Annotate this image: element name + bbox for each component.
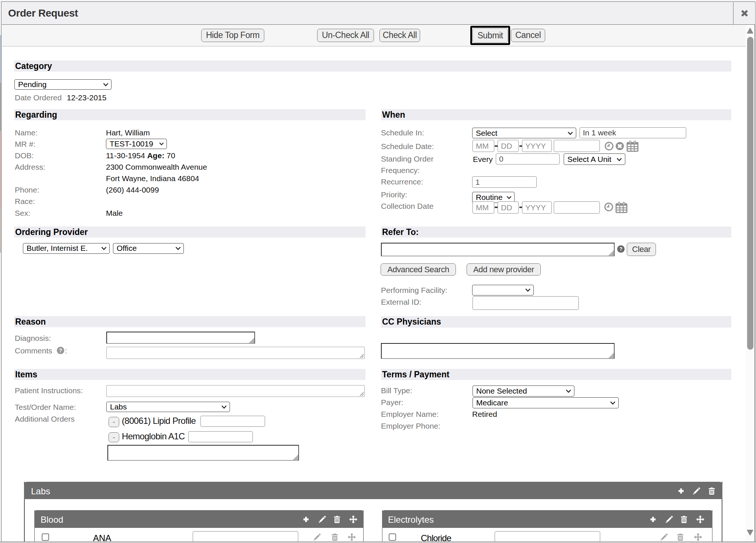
svg-text:?: ? <box>619 246 623 252</box>
svg-text:?: ? <box>59 347 62 353</box>
